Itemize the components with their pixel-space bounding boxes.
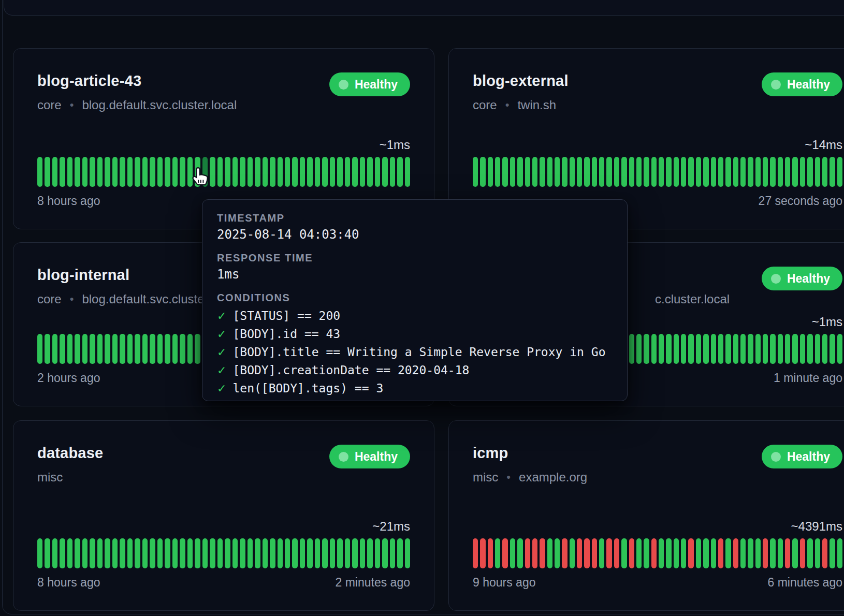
uptime-bar[interactable] xyxy=(473,157,478,187)
uptime-bar[interactable] xyxy=(337,538,342,568)
uptime-bar[interactable] xyxy=(397,538,402,568)
uptime-bar[interactable] xyxy=(52,334,57,364)
uptime-bar[interactable] xyxy=(263,538,268,568)
uptime-bar[interactable] xyxy=(217,538,223,568)
uptime-bar[interactable] xyxy=(217,157,223,187)
uptime-bars[interactable] xyxy=(473,538,842,568)
uptime-bar[interactable] xyxy=(584,538,589,568)
uptime-bar[interactable] xyxy=(127,538,133,568)
uptime-bar[interactable] xyxy=(352,538,357,568)
uptime-bar[interactable] xyxy=(240,157,245,187)
uptime-bar[interactable] xyxy=(135,334,140,364)
uptime-bar[interactable] xyxy=(547,538,552,568)
uptime-bar[interactable] xyxy=(592,538,597,568)
uptime-bar[interactable] xyxy=(390,157,395,187)
uptime-bar[interactable] xyxy=(778,538,783,568)
uptime-bar[interactable] xyxy=(488,538,493,568)
uptime-bar[interactable] xyxy=(202,538,208,568)
uptime-bar[interactable] xyxy=(763,157,768,187)
uptime-bar[interactable] xyxy=(681,538,686,568)
uptime-bar[interactable] xyxy=(606,538,612,568)
uptime-bar[interactable] xyxy=(82,538,88,568)
uptime-bar[interactable] xyxy=(770,538,775,568)
uptime-bar[interactable] xyxy=(800,157,805,187)
uptime-bar[interactable] xyxy=(703,334,708,364)
uptime-bar[interactable] xyxy=(681,157,686,187)
uptime-bars[interactable] xyxy=(37,157,410,187)
uptime-bar[interactable] xyxy=(105,334,110,364)
uptime-bar[interactable] xyxy=(180,334,185,364)
uptime-bar[interactable] xyxy=(105,538,110,568)
uptime-bar[interactable] xyxy=(725,157,731,187)
uptime-bar[interactable] xyxy=(711,157,716,187)
uptime-bar[interactable] xyxy=(502,538,507,568)
uptime-bar[interactable] xyxy=(755,334,761,364)
uptime-bar[interactable] xyxy=(67,334,72,364)
uptime-bar[interactable] xyxy=(352,157,357,187)
uptime-bar[interactable] xyxy=(157,538,163,568)
uptime-bar[interactable] xyxy=(60,538,65,568)
uptime-bar[interactable] xyxy=(644,334,649,364)
uptime-bars[interactable] xyxy=(37,538,410,568)
uptime-bar[interactable] xyxy=(570,157,575,187)
uptime-bar[interactable] xyxy=(112,157,118,187)
uptime-bar[interactable] xyxy=(37,157,42,187)
uptime-bar[interactable] xyxy=(733,157,738,187)
uptime-bar[interactable] xyxy=(525,157,530,187)
uptime-bar[interactable] xyxy=(75,334,80,364)
uptime-bar[interactable] xyxy=(688,334,693,364)
uptime-bar[interactable] xyxy=(172,157,178,187)
uptime-bar[interactable] xyxy=(45,157,50,187)
uptime-bar[interactable] xyxy=(90,538,95,568)
uptime-bar[interactable] xyxy=(718,334,723,364)
uptime-bar[interactable] xyxy=(135,157,140,187)
uptime-bar[interactable] xyxy=(562,538,567,568)
uptime-bar[interactable] xyxy=(815,157,820,187)
uptime-bar[interactable] xyxy=(142,157,148,187)
uptime-bar[interactable] xyxy=(815,334,820,364)
uptime-bar[interactable] xyxy=(703,538,708,568)
uptime-bar[interactable] xyxy=(599,157,604,187)
uptime-bar[interactable] xyxy=(60,157,65,187)
uptime-bar[interactable] xyxy=(285,538,290,568)
uptime-bar[interactable] xyxy=(187,334,193,364)
uptime-bar[interactable] xyxy=(480,157,485,187)
uptime-bar[interactable] xyxy=(405,538,410,568)
uptime-bar[interactable] xyxy=(696,157,701,187)
uptime-bar[interactable] xyxy=(740,538,746,568)
uptime-bar[interactable] xyxy=(495,157,500,187)
uptime-bar[interactable] xyxy=(307,538,312,568)
uptime-bar[interactable] xyxy=(636,334,642,364)
uptime-bar[interactable] xyxy=(120,538,125,568)
uptime-bar[interactable] xyxy=(785,538,790,568)
uptime-bar[interactable] xyxy=(629,157,634,187)
uptime-bar[interactable] xyxy=(67,538,72,568)
uptime-bar[interactable] xyxy=(651,538,657,568)
uptime-bar[interactable] xyxy=(112,334,118,364)
uptime-bar[interactable] xyxy=(636,538,642,568)
uptime-bar[interactable] xyxy=(778,157,783,187)
uptime-bar[interactable] xyxy=(337,157,342,187)
uptime-bar[interactable] xyxy=(37,334,42,364)
uptime-bar[interactable] xyxy=(703,157,708,187)
uptime-bar[interactable] xyxy=(488,157,493,187)
uptime-bar[interactable] xyxy=(532,157,537,187)
uptime-bar[interactable] xyxy=(52,538,57,568)
uptime-bar[interactable] xyxy=(345,157,350,187)
uptime-bar[interactable] xyxy=(120,334,125,364)
uptime-bar[interactable] xyxy=(822,334,827,364)
uptime-bar[interactable] xyxy=(330,538,335,568)
uptime-bar[interactable] xyxy=(405,157,410,187)
uptime-bar[interactable] xyxy=(90,157,95,187)
uptime-bar[interactable] xyxy=(225,538,230,568)
uptime-bar[interactable] xyxy=(180,157,185,187)
uptime-bar[interactable] xyxy=(666,334,671,364)
uptime-bar[interactable] xyxy=(770,334,775,364)
uptime-bar[interactable] xyxy=(614,157,619,187)
uptime-bar[interactable] xyxy=(367,157,372,187)
uptime-bar[interactable] xyxy=(651,334,657,364)
uptime-bar[interactable] xyxy=(397,157,402,187)
uptime-bar[interactable] xyxy=(792,334,797,364)
uptime-bar[interactable] xyxy=(367,538,372,568)
uptime-bar[interactable] xyxy=(785,334,790,364)
